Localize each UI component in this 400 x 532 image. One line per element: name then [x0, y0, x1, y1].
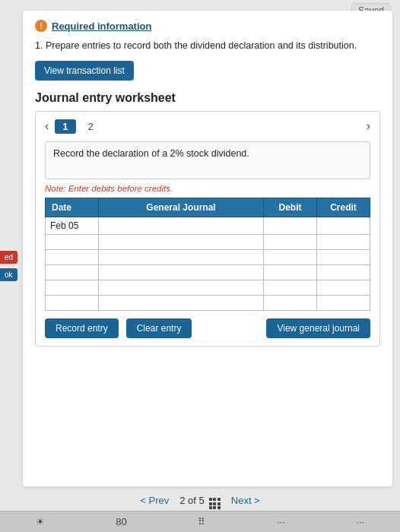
credit-cell-5[interactable] [317, 280, 370, 295]
note-text: Note: Enter debits before credits. [45, 184, 370, 193]
debit-cell-3[interactable] [264, 249, 317, 264]
pagination: < Prev 2 of 5 Next > [0, 492, 400, 509]
date-cell-2 [46, 234, 99, 249]
general-cell-2[interactable] [99, 234, 264, 249]
date-cell-4 [46, 264, 99, 280]
debit-cell-1[interactable] [264, 217, 317, 234]
table-row [46, 295, 370, 310]
main-content: ! Required information 1. Prepare entrie… [23, 11, 392, 486]
clear-entry-button[interactable]: Clear entry [126, 318, 192, 338]
date-cell-6 [46, 295, 99, 310]
sidebar-tab-ed[interactable]: ed [0, 251, 17, 264]
next-button[interactable]: Next > [231, 495, 260, 506]
journal-table: Date General Journal + Debit Credit Feb … [45, 198, 370, 311]
col-header-date: Date [46, 198, 99, 217]
tab-2[interactable]: 2 [82, 119, 100, 134]
taskbar-dots1-icon: ··· [277, 516, 285, 527]
general-cell-5[interactable] [99, 280, 264, 295]
tab-right-arrow[interactable]: › [367, 119, 370, 133]
general-cell-4[interactable] [99, 264, 264, 280]
debit-cell-6[interactable] [264, 295, 317, 310]
credit-cell-1[interactable] [317, 217, 370, 234]
view-general-journal-button[interactable]: View general journal [266, 318, 370, 338]
col-header-credit: Credit [317, 198, 370, 217]
credit-cell-3[interactable] [317, 249, 370, 264]
col-header-debit: Debit [264, 198, 317, 217]
tab-left-arrow[interactable]: ‹ [45, 119, 49, 133]
credit-cell-6[interactable] [317, 295, 370, 310]
general-cell-1[interactable] [99, 217, 264, 234]
taskbar-brightness-icon[interactable]: ☀ [36, 516, 45, 527]
date-cell-5 [46, 280, 99, 295]
tab-navigation: ‹ 1 2 › [45, 119, 370, 134]
table-row [46, 234, 370, 249]
tab-1[interactable]: 1 [55, 119, 75, 134]
worksheet-card: ‹ 1 2 › Record the declaration of a 2% s… [35, 111, 380, 347]
action-buttons: Record entry Clear entry View general jo… [45, 318, 370, 338]
credit-cell-2[interactable] [317, 234, 370, 249]
debit-cell-4[interactable] [264, 264, 317, 280]
col-header-general: General Journal + [99, 198, 264, 217]
grid-icon [209, 492, 221, 509]
view-transaction-button[interactable]: View transaction list [35, 61, 134, 81]
table-row: Feb 05 [46, 217, 370, 234]
add-row-icon[interactable]: + [259, 201, 265, 214]
table-row [46, 249, 370, 264]
debit-cell-2[interactable] [264, 234, 317, 249]
page-info: 2 of 5 [179, 492, 221, 509]
instruction-text: 1. Prepare entries to record both the di… [35, 40, 380, 53]
worksheet-title: Journal entry worksheet [35, 91, 380, 105]
table-row [46, 264, 370, 280]
date-cell-1: Feb 05 [46, 217, 99, 234]
general-cell-6[interactable] [99, 295, 264, 310]
worksheet-description: Record the declaration of a 2% stock div… [45, 141, 370, 179]
page-current: 2 of 5 [179, 495, 205, 506]
taskbar-dots2-icon: ··· [356, 516, 364, 527]
date-cell-3 [46, 249, 99, 264]
record-entry-button[interactable]: Record entry [45, 318, 119, 338]
required-info-section: ! Required information [35, 20, 380, 32]
general-cell-3[interactable] [99, 249, 264, 264]
taskbar: ☀ 80 ⠿ ··· ··· [0, 511, 400, 532]
sidebar-tab-ok[interactable]: ok [0, 268, 17, 281]
taskbar-apps-icon[interactable]: ⠿ [198, 516, 205, 527]
debit-cell-5[interactable] [264, 280, 317, 295]
table-row [46, 280, 370, 295]
credit-cell-4[interactable] [317, 264, 370, 280]
required-info-label[interactable]: Required information [52, 21, 151, 32]
taskbar-volume-icon[interactable]: 80 [116, 516, 126, 527]
prev-button[interactable]: < Prev [140, 495, 169, 506]
info-icon: ! [35, 20, 47, 32]
